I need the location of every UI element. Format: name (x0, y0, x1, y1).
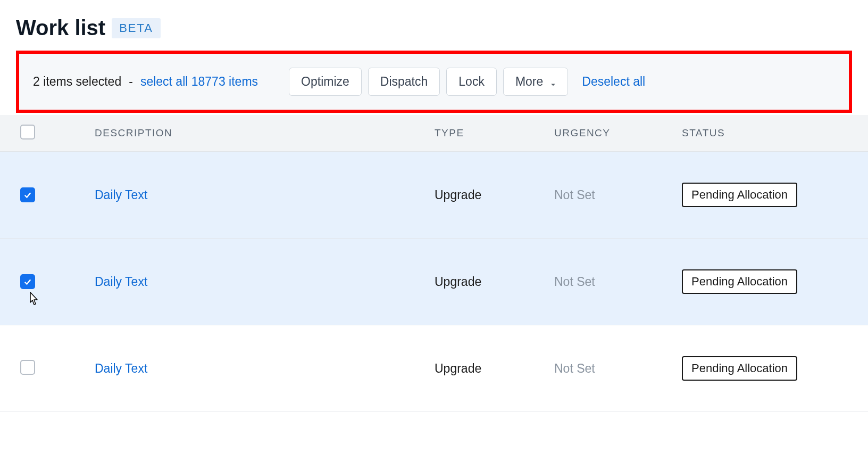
more-button[interactable]: More (503, 68, 568, 96)
optimize-label: Optimize (301, 75, 349, 89)
table-body: Daily TextUpgradeNot SetPending Allocati… (0, 152, 868, 412)
row-urgency: Not Set (554, 362, 595, 375)
highlight-box: 2 items selected - select all 18773 item… (16, 51, 852, 113)
dispatch-label: Dispatch (380, 75, 428, 89)
more-label: More (515, 75, 543, 89)
status-badge: Pending Allocation (682, 183, 797, 207)
row-checkbox[interactable] (20, 187, 35, 202)
row-type: Upgrade (435, 275, 481, 289)
table-row: Daily TextUpgradeNot SetPending Allocati… (0, 325, 868, 412)
optimize-button[interactable]: Optimize (289, 68, 362, 96)
table-row: Daily TextUpgradeNot SetPending Allocati… (0, 152, 868, 239)
status-badge: Pending Allocation (682, 269, 797, 294)
row-checkbox[interactable] (20, 274, 35, 289)
pointer-cursor-icon (26, 291, 40, 306)
row-type: Upgrade (435, 362, 481, 375)
beta-badge: BETA (112, 18, 161, 38)
column-description: DESCRIPTION (95, 127, 435, 139)
row-description-link[interactable]: Daily Text (95, 275, 147, 289)
column-status: STATUS (682, 127, 852, 139)
status-badge: Pending Allocation (682, 356, 797, 381)
page-title: Work list (16, 16, 105, 40)
select-all-checkbox[interactable] (20, 125, 35, 139)
table-row: Daily TextUpgradeNot SetPending Allocati… (0, 239, 868, 325)
row-urgency: Not Set (554, 188, 595, 202)
row-urgency: Not Set (554, 275, 595, 289)
dispatch-button[interactable]: Dispatch (368, 68, 440, 96)
table-header: DESCRIPTION TYPE URGENCY STATUS (0, 115, 868, 152)
row-checkbox[interactable] (20, 360, 35, 375)
chevron-down-icon (548, 78, 556, 86)
lock-button[interactable]: Lock (446, 68, 497, 96)
selection-bar: 2 items selected - select all 18773 item… (19, 54, 849, 110)
row-description-link[interactable]: Daily Text (95, 362, 147, 375)
row-type: Upgrade (435, 188, 481, 202)
select-all-link[interactable]: select all 18773 items (140, 75, 258, 89)
selection-count: 2 items selected (33, 75, 121, 89)
row-description-link[interactable]: Daily Text (95, 188, 147, 202)
column-type: TYPE (435, 127, 554, 139)
deselect-all-link[interactable]: Deselect all (582, 75, 645, 89)
column-urgency: URGENCY (554, 127, 682, 139)
divider-dash: - (129, 75, 133, 89)
page-header: Work list BETA (0, 16, 868, 51)
lock-label: Lock (458, 75, 485, 89)
